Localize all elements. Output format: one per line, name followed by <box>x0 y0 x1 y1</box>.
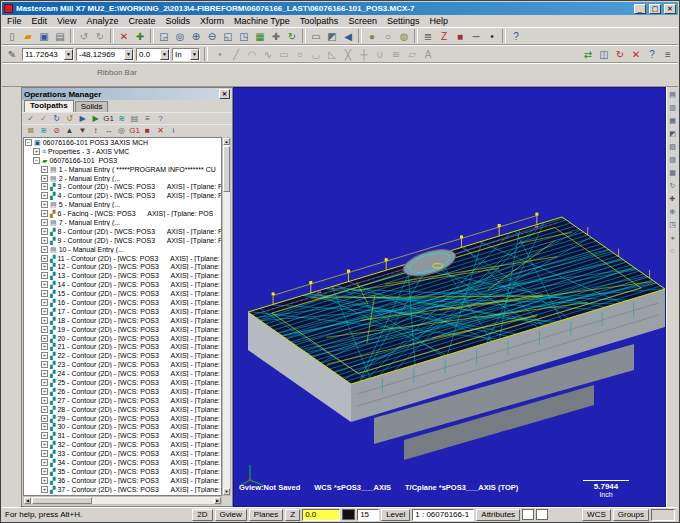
panel-close-icon[interactable]: ✕ <box>219 89 230 99</box>
tree-row[interactable]: +≡Properties - 3 - AXIS VMC <box>24 147 221 156</box>
gview-top-icon[interactable]: ▤ <box>667 88 678 101</box>
scroll-window-icon[interactable]: ↔ <box>102 125 115 136</box>
tree-expander[interactable]: + <box>41 468 48 475</box>
tree-expander[interactable]: + <box>41 237 48 244</box>
setup-sheet-icon[interactable]: ▤ <box>128 113 141 124</box>
tree-expander[interactable]: + <box>41 175 48 182</box>
tree-expander[interactable]: + <box>41 263 48 270</box>
tree-expander[interactable]: + <box>41 272 48 279</box>
line-width-select[interactable]: 15 <box>357 509 379 521</box>
minimize-button[interactable]: _ <box>634 4 646 14</box>
chevron-down-icon[interactable]: ▼ <box>160 49 169 60</box>
undo-icon[interactable]: ↺ <box>76 29 92 44</box>
trash-icon[interactable]: ✕ <box>154 125 167 136</box>
tree-row[interactable]: +▤10 - Manual Entry (... <box>24 245 221 254</box>
options-icon[interactable]: ≡ <box>660 47 676 62</box>
tree-expander[interactable]: + <box>41 299 48 306</box>
line-style-icon[interactable]: ─ <box>468 29 484 44</box>
z-depth-button[interactable]: Z <box>285 509 300 521</box>
tree-row[interactable]: +▤5 - Manual Entry (... <box>24 200 221 209</box>
zoom-out-icon[interactable]: ⊖ <box>204 29 220 44</box>
wireframe-icon[interactable]: ○ <box>380 29 396 44</box>
tree-expander[interactable]: + <box>41 192 48 199</box>
tree-row[interactable]: +▞24 - Contour (2D) - [WCS: POS3___AXIS]… <box>24 369 221 378</box>
menu-solids[interactable]: Solids <box>160 16 195 26</box>
tree-expander[interactable]: + <box>41 397 48 404</box>
delete-entities-icon[interactable]: ✕ <box>116 29 132 44</box>
tree-expander[interactable]: + <box>33 148 40 155</box>
tree-expander[interactable]: + <box>41 219 48 226</box>
tree-row[interactable]: +▞30 - Contour (2D) - [WCS: POS3___AXIS]… <box>24 423 221 432</box>
tree-row[interactable]: +▞37 - Contour (2D) - [WCS: POS3___AXIS]… <box>24 485 221 494</box>
select-dirty-ops-icon[interactable]: ✓ <box>37 113 50 124</box>
redo-icon[interactable]: ↻ <box>92 29 108 44</box>
tree-row[interactable]: +▞31 - Contour (2D) - [WCS: POS3___AXIS]… <box>24 431 221 440</box>
ops-help-icon[interactable]: ? <box>154 113 167 124</box>
tree-expander[interactable]: + <box>41 370 48 377</box>
tree-row[interactable]: +▞19 - Contour (2D) - [WCS: POS3___AXIS]… <box>24 325 221 334</box>
tree-expander[interactable]: + <box>41 379 48 386</box>
wcs-button[interactable]: WCS <box>582 509 611 521</box>
tree-row[interactable]: +▞3 - Contour (2D) - [WCS: POS3___AXIS] … <box>24 182 221 191</box>
tree-expander[interactable]: + <box>41 388 48 395</box>
zoom-view-icon[interactable]: ⊕ <box>667 205 678 218</box>
verify-icon[interactable]: ▶ <box>89 113 102 124</box>
toolpath-options-icon[interactable]: ≡ <box>141 113 154 124</box>
tree-expander[interactable]: + <box>41 281 48 288</box>
tree-row[interactable]: +▤2 - Manual Entry (... <box>24 174 221 183</box>
tree-expander[interactable]: + <box>41 201 48 208</box>
analyze-entity-icon[interactable]: ? <box>644 47 660 62</box>
scrollbar-thumb[interactable] <box>32 497 92 504</box>
menu-settings[interactable]: Settings <box>382 16 425 26</box>
gview-top-icon[interactable]: ▭ <box>308 29 324 44</box>
lock-icon[interactable]: ⊠ <box>24 125 37 136</box>
trim-icon[interactable]: ╳ <box>340 47 356 62</box>
repaint-icon[interactable]: ▦ <box>252 29 268 44</box>
chevron-down-icon[interactable]: ▼ <box>190 49 199 60</box>
shaded-icon[interactable]: ● <box>364 29 380 44</box>
autocursor-icon[interactable]: ✎ <box>4 47 20 62</box>
tree-expander[interactable]: + <box>41 326 48 333</box>
units-select[interactable]: In ▼ <box>172 48 200 61</box>
tree-row[interactable]: +▞34 - Contour (2D) - [WCS: POS3___AXIS]… <box>24 458 221 467</box>
level-button[interactable]: Level <box>381 509 410 521</box>
backplot-icon[interactable]: ▶ <box>76 113 89 124</box>
xform-mirror-icon[interactable]: ◫ <box>596 47 612 62</box>
gview-bottom-icon[interactable]: ▩ <box>667 166 678 179</box>
fit-screen-icon[interactable]: ◳ <box>236 29 252 44</box>
unzoom-icon[interactable]: ◱ <box>220 29 236 44</box>
tree-row[interactable]: +▞26 - Contour (2D) - [WCS: POS3___AXIS]… <box>24 387 221 396</box>
select-all-ops-icon[interactable]: ✓ <box>24 113 37 124</box>
gview-front-icon[interactable]: ▥ <box>667 101 678 114</box>
attributes-button[interactable]: Attributes <box>476 509 520 521</box>
offset-icon[interactable]: ≋ <box>388 47 404 62</box>
levels-icon[interactable]: ≣ <box>420 29 436 44</box>
x-coordinate-field[interactable]: 11.72643 ▼ <box>22 48 74 61</box>
fit-view-icon[interactable]: ◳ <box>667 218 678 231</box>
groups-button[interactable]: Groups <box>613 509 649 521</box>
zoom-in-icon[interactable]: ⊕ <box>188 29 204 44</box>
menu-help[interactable]: Help <box>424 16 453 26</box>
letters-icon[interactable]: A <box>420 47 436 62</box>
maximize-button[interactable]: ▢ <box>649 4 661 14</box>
tree-row[interactable]: +▞20 - Contour (2D) - [WCS: POS3___AXIS]… <box>24 334 221 343</box>
tree-row[interactable]: +▞23 - Contour (2D) - [WCS: POS3___AXIS]… <box>24 360 221 369</box>
operations-manager-titlebar[interactable]: Operations Manager ✕ <box>22 88 232 100</box>
display-only-selected-icon[interactable]: ◎ <box>115 125 128 136</box>
move-up-icon[interactable]: ▲ <box>63 125 76 136</box>
info-icon[interactable]: i <box>167 125 180 136</box>
gview-iso-icon[interactable]: ◩ <box>667 127 678 140</box>
point-style-box[interactable] <box>522 509 534 520</box>
menu-file[interactable]: File <box>2 16 27 26</box>
tree-row[interactable]: +▞18 - Contour (2D) - [WCS: POS3___AXIS]… <box>24 316 221 325</box>
menu-machine-type[interactable]: Machine Type <box>229 16 295 26</box>
menu-view[interactable]: View <box>52 16 81 26</box>
zoom-window-icon[interactable]: ◲ <box>156 29 172 44</box>
tree-expander[interactable]: + <box>41 415 48 422</box>
insert-position-icon[interactable]: ↕ <box>89 125 102 136</box>
sketch-rectangle-icon[interactable]: ▭ <box>276 47 292 62</box>
tree-expander[interactable]: + <box>41 210 48 217</box>
tree-expander[interactable]: + <box>41 486 48 493</box>
tree-expander[interactable]: + <box>41 352 48 359</box>
zoom-target-icon[interactable]: ◎ <box>172 29 188 44</box>
